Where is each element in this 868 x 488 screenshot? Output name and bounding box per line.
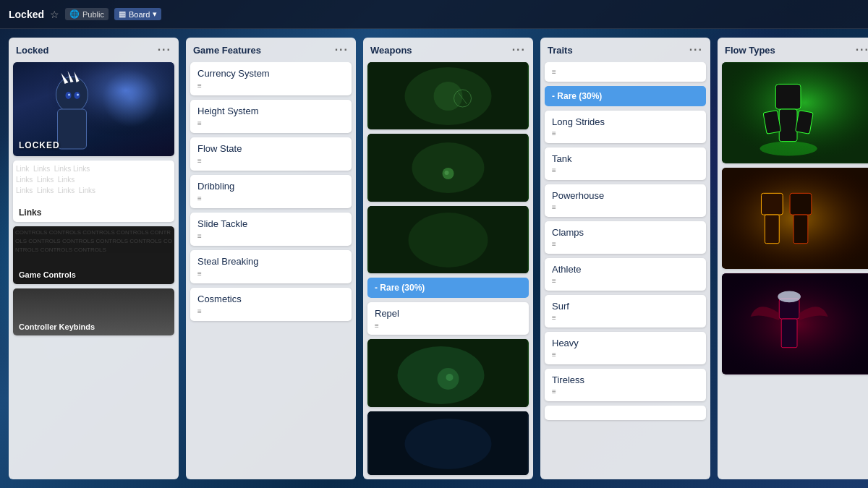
svg-point-12 bbox=[434, 82, 463, 111]
column-locked-header: Locked ··· bbox=[9, 38, 179, 62]
trait-heavy-title: Heavy bbox=[552, 338, 699, 348]
trait-heavy-icon: ≡ bbox=[552, 351, 699, 359]
weapon-snatch-card[interactable]: Snatch bbox=[367, 411, 529, 475]
column-traits-header: Traits ··· bbox=[540, 38, 710, 62]
feature-height-card[interactable]: Height System ≡ bbox=[190, 100, 352, 133]
weapon-snatch-image: Snatch bbox=[367, 411, 529, 475]
svg-rect-37 bbox=[765, 215, 779, 244]
flow-vines-card[interactable]: Vines bbox=[722, 62, 868, 163]
top-bar: Locked ☆ 🌐 Public ▦ Board ▾ bbox=[0, 0, 868, 29]
keybinds-label: Controller Keybinds bbox=[19, 322, 95, 331]
svg-rect-30 bbox=[779, 109, 797, 142]
board-badge[interactable]: ▦ Board ▾ bbox=[114, 8, 161, 20]
dropdown-icon: ▾ bbox=[153, 9, 157, 19]
column-weapons: Weapons ··· Kunigami bbox=[363, 38, 533, 479]
column-locked-menu[interactable]: ··· bbox=[158, 43, 171, 56]
weapon-aiku-card[interactable]: Aiku bbox=[367, 339, 529, 406]
trait-longstrides-icon: ≡ bbox=[552, 129, 699, 137]
public-label: Public bbox=[82, 10, 104, 19]
svg-rect-2 bbox=[58, 109, 87, 149]
globe-icon: 🌐 bbox=[69, 9, 80, 19]
weapon-repel-title: Repel bbox=[375, 308, 522, 319]
weapon-rare-badge[interactable]: - Rare (30%) bbox=[367, 278, 529, 298]
weapon-copycat-image: CopyCat bbox=[367, 134, 529, 201]
feature-currency-card[interactable]: Currency System ≡ bbox=[190, 62, 352, 95]
trait-powerhouse-title: Powerhouse bbox=[552, 190, 699, 201]
feature-cosmetics-title: Cosmetics bbox=[197, 294, 344, 304]
feature-slide-icon: ≡ bbox=[197, 232, 344, 240]
svg-rect-36 bbox=[761, 193, 783, 215]
flow-monster-card[interactable]: Monster bbox=[722, 168, 868, 269]
trait-top-card[interactable]: ≡ bbox=[545, 62, 706, 82]
column-weapons-menu[interactable]: ··· bbox=[512, 43, 526, 56]
trait-longstrides-card[interactable]: Long Strides ≡ bbox=[545, 111, 706, 143]
feature-steal-icon: ≡ bbox=[197, 270, 344, 278]
column-locked-body: LOCKED Link Links Links Links Links Link… bbox=[9, 62, 179, 340]
controls-label: Game Controls bbox=[19, 270, 76, 279]
trait-surf-card[interactable]: Surf ≡ bbox=[545, 295, 706, 328]
feature-flow-card[interactable]: Flow State ≡ bbox=[190, 137, 352, 171]
trait-tank-icon: ≡ bbox=[552, 166, 699, 174]
weapon-repel-card[interactable]: Repel ≡ bbox=[367, 302, 529, 335]
trait-tank-title: Tank bbox=[552, 153, 699, 164]
feature-slide-card[interactable]: Slide Tackle ≡ bbox=[190, 213, 352, 246]
column-traits-menu[interactable]: ··· bbox=[689, 43, 703, 56]
weapon-copycat-card[interactable]: CopyCat bbox=[367, 134, 529, 201]
board-title: Locked bbox=[9, 9, 44, 20]
feature-steal-title: Steal Breaking bbox=[197, 256, 344, 267]
trait-athlete-card[interactable]: Athlete ≡ bbox=[545, 258, 706, 291]
column-flow-types: Flow Types ··· bbox=[718, 38, 868, 479]
column-traits-title: Traits bbox=[548, 45, 573, 56]
svg-point-18 bbox=[445, 171, 449, 175]
public-badge[interactable]: 🌐 Public bbox=[65, 8, 109, 20]
game-controls-card[interactable]: CONTROLS CONTROLS CONTROLS CONTROLS CONT… bbox=[13, 226, 174, 284]
column-flow-types-menu[interactable]: ··· bbox=[856, 43, 868, 56]
weapon-kunigami-image: Kunigami bbox=[367, 62, 529, 129]
feature-currency-title: Currency System bbox=[197, 68, 344, 79]
trait-tank-card[interactable]: Tank ≡ bbox=[545, 147, 706, 180]
trait-tireless-card[interactable]: Tireless ≡ bbox=[545, 369, 706, 401]
svg-point-24 bbox=[446, 374, 454, 381]
keybinds-card[interactable]: Controller Keybinds bbox=[13, 288, 174, 335]
feature-flow-title: Flow State bbox=[197, 143, 344, 154]
controls-label-wrapper: Game Controls bbox=[19, 269, 76, 280]
locked-hero-image: LOCKED bbox=[13, 62, 174, 156]
column-game-features-menu[interactable]: ··· bbox=[335, 43, 349, 56]
column-locked-title: Locked bbox=[16, 45, 49, 56]
column-game-features-title: Game Features bbox=[193, 45, 261, 56]
trait-powerhouse-card[interactable]: Powerhouse ≡ bbox=[545, 184, 706, 217]
feature-cosmetics-card[interactable]: Cosmetics ≡ bbox=[190, 288, 352, 321]
locked-hero-card[interactable]: LOCKED bbox=[13, 62, 174, 156]
feature-dribbling-title: Dribbling bbox=[197, 181, 344, 192]
feature-height-icon: ≡ bbox=[197, 119, 344, 127]
svg-rect-39 bbox=[793, 215, 808, 244]
star-icon[interactable]: ☆ bbox=[50, 9, 59, 20]
feature-dribbling-card[interactable]: Dribbling ≡ bbox=[190, 175, 352, 208]
links-card[interactable]: Link Links Links Links Links Links Links… bbox=[13, 160, 174, 222]
column-game-features-header: Game Features ··· bbox=[186, 38, 356, 62]
weapon-neurotic-card[interactable]: Neurotic bbox=[367, 206, 529, 273]
trait-surf-title: Surf bbox=[552, 301, 699, 312]
svg-rect-38 bbox=[790, 193, 812, 215]
weapon-kunigami-card[interactable]: Kunigami bbox=[367, 62, 529, 129]
svg-point-44 bbox=[778, 291, 801, 302]
feature-steal-card[interactable]: Steal Breaking ≡ bbox=[190, 250, 352, 283]
trait-clamps-card[interactable]: Clamps ≡ bbox=[545, 221, 706, 254]
board-icon: ▦ bbox=[119, 9, 126, 19]
feature-height-title: Height System bbox=[197, 106, 344, 116]
flow-demon-image: Demon Wings bbox=[722, 273, 868, 374]
trait-athlete-icon: ≡ bbox=[552, 277, 699, 285]
weapon-aiku-image: Aiku bbox=[367, 339, 529, 406]
trait-top-icon: ≡ bbox=[552, 68, 699, 76]
trait-rare-badge[interactable]: - Rare (30%) bbox=[545, 86, 706, 106]
trait-heavy-card[interactable]: Heavy ≡ bbox=[545, 332, 706, 364]
trait-athlete-title: Athlete bbox=[552, 264, 699, 275]
flow-monster-image: Monster bbox=[722, 168, 868, 269]
trait-bottom-card[interactable] bbox=[545, 406, 706, 420]
column-weapons-header: Weapons ··· bbox=[363, 38, 533, 62]
column-weapons-body: Kunigami CopyCat bbox=[363, 62, 533, 479]
svg-point-8 bbox=[68, 94, 70, 96]
svg-point-20 bbox=[409, 213, 488, 267]
flow-demon-card[interactable]: Demon Wings bbox=[722, 273, 868, 374]
weapon-repel-icon: ≡ bbox=[375, 322, 522, 330]
